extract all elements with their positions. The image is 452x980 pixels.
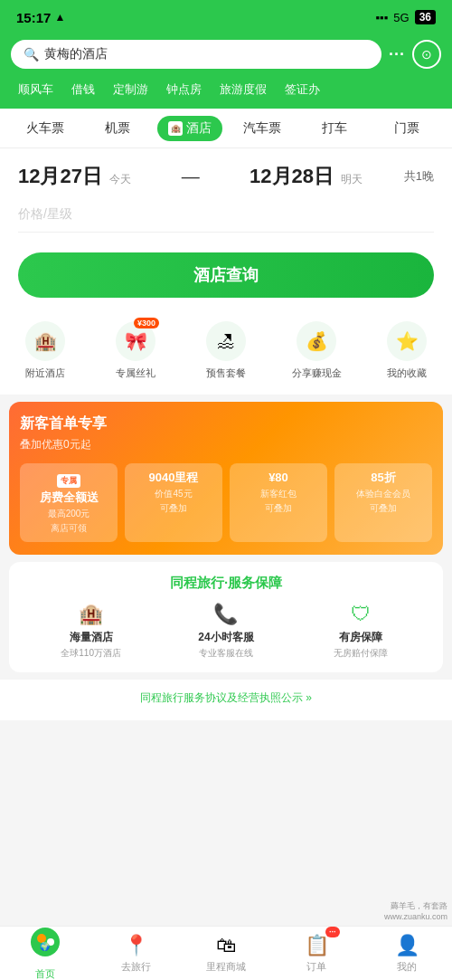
- status-time: 15:17 ▲: [16, 10, 65, 25]
- guarantee-service-sub: 无房赔付保障: [294, 647, 428, 660]
- tab-flight[interactable]: 机票: [81, 111, 154, 146]
- tab-train[interactable]: 火车票: [9, 111, 81, 146]
- tab-taxi[interactable]: 打车: [298, 111, 371, 146]
- watermark: 薅羊毛，有套路 www.zuanku.com: [384, 900, 447, 921]
- mileage-tab-label: 里程商城: [206, 960, 246, 974]
- hotel-search-button[interactable]: 酒店查询: [18, 252, 434, 298]
- promo-card-0[interactable]: 专属 房费全额送 最高200元 离店可领: [20, 463, 118, 542]
- home-tab-label: 首页: [35, 967, 55, 980]
- hotel-icon: 🏨: [168, 121, 183, 136]
- camera-button[interactable]: ⊙: [412, 40, 441, 69]
- support-service-sub: 专业客服在线: [158, 647, 293, 660]
- favorites-icon: ⭐: [387, 321, 427, 361]
- network-label: 5G: [393, 11, 409, 24]
- checkin-label: 今天: [109, 173, 131, 186]
- promo-main-0: 房费全额送: [25, 490, 112, 505]
- more-button[interactable]: ···: [389, 45, 405, 64]
- promo-card-2[interactable]: ¥80 新客红包 可叠加: [230, 463, 327, 542]
- price-level-label: 价格/星级: [18, 206, 434, 233]
- tab-travel[interactable]: 📍 去旅行: [90, 927, 181, 980]
- promo-sub-3: 体验白金会员: [340, 488, 427, 500]
- tab-orders[interactable]: 📋 ··· 订单: [271, 927, 362, 980]
- hotels-service-icon: 🏨: [24, 603, 158, 626]
- mileage-icon: 🛍: [216, 934, 236, 957]
- quick-link-dingzhiyou[interactable]: 定制游: [104, 80, 157, 100]
- search-icon: 🔍: [24, 47, 39, 62]
- search-button-wrap: 酒店查询: [0, 243, 452, 312]
- orders-icon: 📋 ···: [305, 934, 329, 957]
- silk-gift-icon: 🎀 ¥300: [116, 321, 155, 361]
- promo-main-1: 9040里程: [130, 471, 217, 485]
- service-items: 🏨 海量酒店 全球110万酒店 📞 24小时客服 专业客服在线 🛡 有房保障 无…: [24, 603, 428, 660]
- search-input-wrap[interactable]: 🔍 黄梅的酒店: [11, 40, 381, 69]
- promo-overlap-2: 可叠加: [235, 502, 322, 515]
- promo-overlap-1: 可叠加: [130, 502, 217, 515]
- travel-icon: 📍: [124, 934, 148, 957]
- price-level-section[interactable]: 价格/星级: [0, 201, 452, 243]
- bottom-navigation: 🌍 首页 📍 去旅行 🛍 里程商城 📋 ··· 订单 👤 我的: [0, 926, 452, 980]
- promo-cards: 专属 房费全额送 最高200元 离店可领 9040里程 价值45元 可叠加 ¥8…: [20, 463, 432, 542]
- promo-subtitle: 叠加优惠0元起: [20, 437, 432, 452]
- checkout-date[interactable]: 12月28日 明天: [250, 163, 363, 190]
- promo-tag-0: 专属: [57, 474, 80, 488]
- date-picker[interactable]: 12月27日 今天 — 12月28日 明天 共1晚: [0, 148, 452, 201]
- promo-card-3[interactable]: 85折 体验白金会员 可叠加: [334, 463, 432, 542]
- service-item-hotels: 🏨 海量酒店 全球110万酒店: [24, 603, 158, 660]
- presale-icon: 🏖: [206, 321, 246, 361]
- service-title: 同程旅行·服务保障: [24, 575, 428, 592]
- watermark-line1: 薅羊毛，有套路: [384, 900, 447, 912]
- nearby-hotels-item[interactable]: 🏨 附近酒店: [0, 321, 90, 380]
- checkin-day: 12月27日: [18, 165, 102, 187]
- agreement-section: 同程旅行服务协议及经营执照公示 »: [0, 680, 452, 720]
- share-cash-item[interactable]: 💰 分享赚现金: [271, 321, 362, 380]
- silk-gift-label: 专属丝礼: [90, 366, 181, 380]
- tab-mileage[interactable]: 🛍 里程商城: [181, 927, 271, 980]
- promo-sub-2: 新客红包: [235, 488, 322, 500]
- tab-home[interactable]: 🌍 首页: [0, 927, 90, 980]
- svg-text:🌍: 🌍: [40, 941, 51, 952]
- nearby-hotels-label: 附近酒店: [0, 366, 90, 380]
- nights-count: 共1晚: [404, 168, 434, 185]
- checkin-date[interactable]: 12月27日 今天: [18, 163, 131, 190]
- favorites-label: 我的收藏: [362, 366, 452, 380]
- presale-package-item[interactable]: 🏖 预售套餐: [181, 321, 271, 380]
- nav-tabs: 火车票 机票 🏨 酒店 汽车票 打车 门票: [0, 109, 452, 148]
- signal-icon: ▪▪▪: [375, 11, 388, 24]
- promo-banner[interactable]: 新客首单专享 叠加优惠0元起 专属 房费全额送 最高200元 离店可领 9040…: [9, 402, 443, 555]
- silk-gift-badge: ¥300: [134, 318, 159, 328]
- camera-icon: ⊙: [421, 47, 432, 62]
- nearby-hotels-icon: 🏨: [25, 321, 65, 361]
- search-text: 黄梅的酒店: [44, 46, 108, 62]
- my-favorites-item[interactable]: ⭐ 我的收藏: [362, 321, 452, 380]
- promo-main-2: ¥80: [235, 471, 322, 485]
- checkout-day: 12月28日: [250, 165, 334, 187]
- quick-links: 顺风车 借钱 定制游 钟点房 旅游度假 签证办: [0, 76, 452, 109]
- promo-card-1[interactable]: 9040里程 价值45元 可叠加: [125, 463, 222, 542]
- quick-link-shunfengche[interactable]: 顺风车: [9, 80, 62, 100]
- share-cash-icon: 💰: [297, 321, 336, 361]
- home-icon: 🌍: [29, 926, 61, 965]
- quick-link-luyoudujia[interactable]: 旅游度假: [211, 80, 276, 100]
- service-item-support: 📞 24小时客服 专业客服在线: [158, 603, 293, 660]
- quick-link-qianzheng[interactable]: 签证办: [276, 80, 329, 100]
- time-display: 15:17: [16, 10, 51, 25]
- orders-badge: ···: [325, 927, 340, 937]
- tab-bus[interactable]: 汽车票: [226, 111, 298, 146]
- agreement-link[interactable]: 同程旅行服务协议及经营执照公示 »: [140, 691, 312, 704]
- quick-link-jieqian[interactable]: 借钱: [62, 80, 104, 100]
- guarantee-service-icon: 🛡: [294, 603, 428, 626]
- tab-hotel[interactable]: 🏨 酒店: [154, 107, 226, 150]
- mine-icon: 👤: [395, 934, 419, 957]
- mine-tab-label: 我的: [397, 960, 417, 974]
- tab-ticket[interactable]: 门票: [371, 111, 443, 146]
- location-icon: ▲: [54, 11, 65, 24]
- hotels-service-sub: 全球110万酒店: [24, 647, 158, 660]
- support-service-icon: 📞: [158, 603, 293, 626]
- silk-gift-item[interactable]: 🎀 ¥300 专属丝礼: [90, 321, 181, 380]
- battery-level: 36: [419, 11, 431, 24]
- search-actions: ··· ⊙: [389, 40, 441, 69]
- quick-link-zhongdianfang[interactable]: 钟点房: [157, 80, 211, 100]
- service-item-guarantee: 🛡 有房保障 无房赔付保障: [294, 603, 428, 660]
- tab-mine[interactable]: 👤 我的: [362, 927, 452, 980]
- promo-sub-0: 最高200元: [25, 508, 112, 520]
